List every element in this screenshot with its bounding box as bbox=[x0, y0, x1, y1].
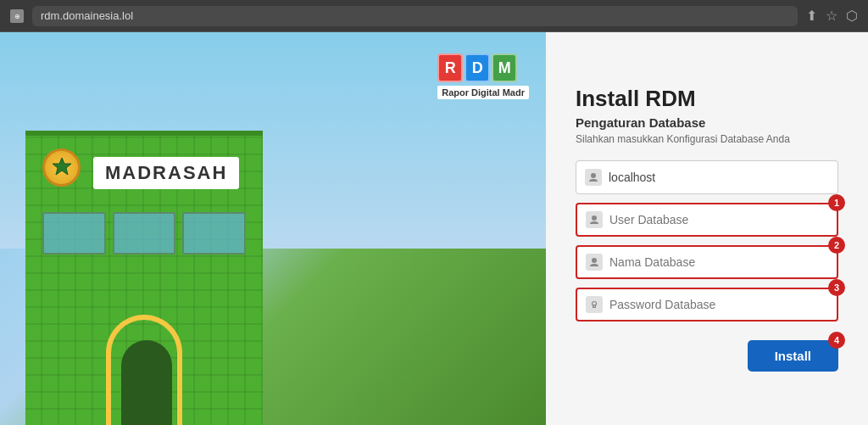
share-icon[interactable]: ⬆ bbox=[806, 8, 817, 24]
password-icon bbox=[586, 296, 603, 313]
user-input[interactable] bbox=[609, 213, 828, 226]
windows-row bbox=[42, 212, 246, 254]
page-subtitle: Pengaturan Database bbox=[576, 115, 838, 130]
url-text: rdm.domainesia.lol bbox=[41, 9, 133, 22]
badge-2: 2 bbox=[828, 237, 845, 254]
arch-outer bbox=[106, 315, 182, 425]
left-panel: R D M Rapor Digital Madr MADRASAH bbox=[0, 32, 546, 425]
install-button[interactable]: Install bbox=[748, 340, 838, 372]
window-3 bbox=[182, 212, 246, 254]
dbname-input[interactable] bbox=[609, 255, 828, 269]
password-field-group: 3 bbox=[576, 288, 838, 322]
madrasah-sign: MADRASAH bbox=[93, 157, 239, 189]
extension-icon[interactable]: ⬡ bbox=[846, 8, 858, 24]
dbname-icon bbox=[586, 254, 603, 271]
window-1 bbox=[42, 212, 106, 254]
logo-badge bbox=[42, 148, 81, 187]
rdm-r-letter: R bbox=[437, 53, 463, 82]
badge-1: 1 bbox=[828, 194, 845, 211]
rdm-logo-box: R D M bbox=[437, 53, 529, 82]
user-field-wrapper bbox=[576, 203, 838, 237]
user-field-group: 1 bbox=[576, 203, 838, 237]
badge-4: 4 bbox=[828, 332, 845, 349]
page-description: Silahkan masukkan Konfigurasi Database A… bbox=[576, 133, 838, 145]
install-button-container: Install 4 bbox=[576, 340, 838, 372]
arch-container bbox=[106, 315, 182, 425]
dbname-field-group: 2 bbox=[576, 245, 838, 279]
host-field-wrapper bbox=[576, 160, 838, 194]
host-icon bbox=[585, 169, 602, 186]
password-input[interactable] bbox=[609, 298, 828, 311]
window-2 bbox=[113, 212, 176, 254]
building-scene: R D M Rapor Digital Madr MADRASAH bbox=[0, 32, 546, 425]
page-title: Install RDM bbox=[576, 86, 838, 112]
browser-favicon: ⊕ bbox=[10, 9, 24, 23]
badge-3: 3 bbox=[828, 279, 845, 296]
rdm-subtitle: Rapor Digital Madr bbox=[437, 86, 529, 99]
svg-marker-2 bbox=[53, 158, 71, 175]
host-input[interactable] bbox=[609, 171, 829, 184]
svg-point-8 bbox=[593, 305, 595, 307]
svg-point-5 bbox=[592, 258, 597, 263]
page-content: R D M Rapor Digital Madr MADRASAH bbox=[0, 32, 868, 425]
svg-text:⊕: ⊕ bbox=[14, 13, 20, 20]
right-panel: Install RDM Pengaturan Database Silahkan… bbox=[546, 32, 868, 425]
browser-url-bar[interactable]: rdm.domainesia.lol bbox=[32, 6, 798, 26]
arch-inner bbox=[121, 340, 172, 425]
password-field-wrapper bbox=[576, 288, 838, 322]
host-field-group bbox=[576, 160, 838, 194]
svg-point-4 bbox=[592, 215, 597, 221]
dbname-field-wrapper bbox=[576, 245, 838, 279]
rdm-logo-area: R D M Rapor Digital Madr bbox=[437, 53, 529, 99]
bookmark-icon[interactable]: ☆ bbox=[826, 8, 837, 24]
browser-chrome: ⊕ rdm.domainesia.lol ⬆ ☆ ⬡ bbox=[0, 0, 868, 32]
browser-actions: ⬆ ☆ ⬡ bbox=[806, 8, 858, 24]
building-main: MADRASAH bbox=[25, 131, 263, 425]
svg-point-3 bbox=[591, 173, 596, 178]
user-icon bbox=[586, 211, 603, 228]
rdm-d-letter: D bbox=[465, 53, 490, 82]
rdm-m-letter: M bbox=[492, 53, 517, 82]
